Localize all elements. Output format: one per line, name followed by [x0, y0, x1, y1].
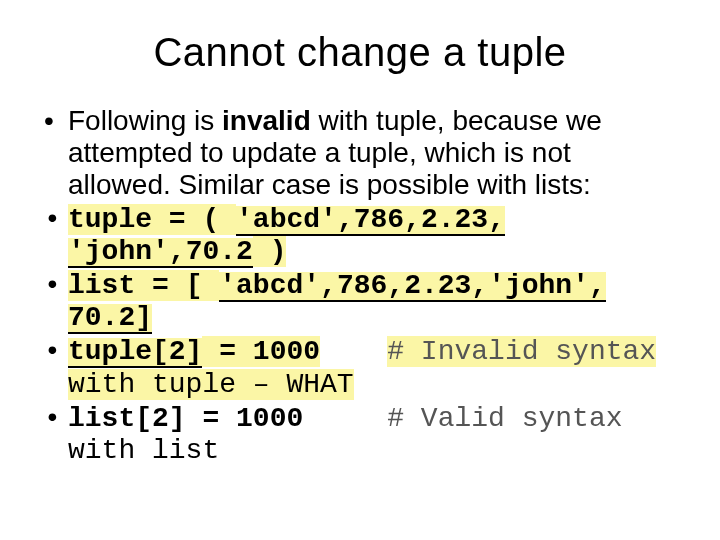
slide: Cannot change a tuple Following is inval…	[0, 0, 720, 540]
comma-1: ,	[337, 206, 354, 236]
kw-tuple: tuple	[68, 204, 152, 235]
lparen: (	[202, 204, 236, 235]
lcomma-4: ,	[589, 272, 606, 302]
comment-valid: # Valid syntax	[387, 403, 622, 434]
bullet-intro: Following is invalid with tuple, because…	[40, 105, 680, 202]
lcomma-2: ,	[387, 272, 404, 302]
comma-3: ,	[488, 206, 505, 236]
val-702: 70.2	[186, 238, 253, 268]
kw-list: list	[68, 270, 135, 301]
lcomma-1: ,	[320, 272, 337, 302]
comma-4: ,	[169, 238, 186, 268]
lval-702: 70.2	[68, 304, 135, 334]
rparen: )	[253, 236, 287, 267]
assign-op-2: = 1000	[186, 403, 304, 434]
rbrack: ]	[135, 304, 152, 334]
list-idx: list[2]	[68, 403, 186, 434]
val-223: 2.23	[421, 206, 488, 236]
val-786: 786	[354, 206, 404, 236]
bullet-list-def: list = [ 'abcd', 786 , 2.23, 'john', 70.…	[40, 270, 680, 334]
slide-title: Cannot change a tuple	[40, 30, 680, 75]
bullet-list-assign: list[2] = 1000 # Valid syntax with list	[40, 403, 680, 467]
lcomma-3: ,	[471, 272, 488, 302]
lbrack: [	[186, 270, 220, 301]
lval-abcd: 'abcd'	[219, 272, 320, 302]
op-eq-2: =	[135, 270, 185, 301]
tuple-idx: tuple[2]	[68, 338, 202, 368]
bullet-tuple-def: tuple = ( 'abcd', 786 , 2.23, 'john', 70…	[40, 204, 680, 268]
intro-bold: invalid	[222, 105, 311, 136]
lval-223: 2.23	[404, 272, 471, 302]
with-list: with list	[68, 435, 219, 466]
op-eq: =	[152, 204, 202, 235]
val-abcd: 'abcd'	[236, 206, 337, 236]
intro-text-1: Following is	[68, 105, 222, 136]
comment-invalid: # Invalid syntax	[387, 336, 656, 367]
val-john: 'john'	[68, 238, 169, 268]
lval-john: 'john'	[488, 272, 589, 302]
assign-op-1: = 1000	[202, 336, 320, 367]
bullet-tuple-assign: tuple[2] = 1000 # Invalid syntax with tu…	[40, 336, 680, 400]
slide-body: Following is invalid with tuple, because…	[40, 105, 680, 467]
lval-786: 786	[337, 272, 387, 302]
comma-2: ,	[404, 206, 421, 236]
with-tuple-what: with tuple – WHAT	[68, 369, 354, 400]
